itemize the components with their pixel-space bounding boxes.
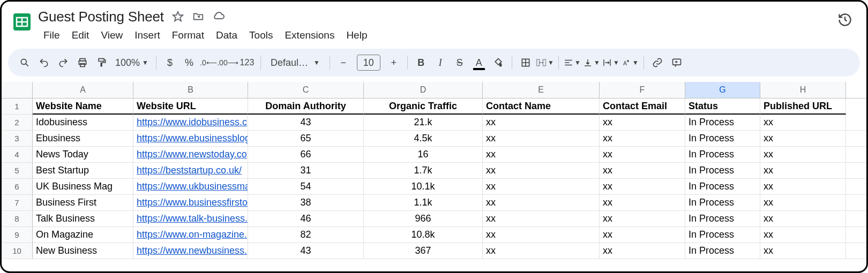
currency-icon[interactable]: $ bbox=[161, 54, 179, 72]
cell[interactable]: xx bbox=[600, 179, 685, 194]
cell[interactable]: In Process bbox=[685, 163, 760, 178]
cell[interactable]: Idobusiness bbox=[33, 115, 133, 130]
header-cell[interactable]: Contact Email bbox=[600, 98, 685, 115]
zoom-dropdown[interactable]: 100%▼ bbox=[112, 57, 152, 69]
cell[interactable]: xx bbox=[483, 243, 600, 259]
menu-format[interactable]: Format bbox=[167, 27, 209, 43]
wrap-icon[interactable]: ▼ bbox=[602, 54, 620, 72]
cell[interactable]: In Process bbox=[685, 131, 760, 146]
search-icon[interactable] bbox=[16, 54, 34, 72]
print-icon[interactable] bbox=[73, 54, 92, 72]
menu-data[interactable]: Data bbox=[211, 27, 243, 43]
cell[interactable]: xx bbox=[483, 195, 600, 210]
cell[interactable]: In Process bbox=[685, 179, 760, 194]
cell[interactable]: https://www.idobusiness.c bbox=[133, 115, 248, 130]
row-header-8[interactable]: 8 bbox=[2, 211, 33, 227]
bold-icon[interactable]: B bbox=[412, 54, 430, 72]
row-header-6[interactable]: 6 bbox=[2, 179, 33, 195]
cell[interactable]: xx bbox=[483, 131, 600, 146]
cell[interactable]: News Today bbox=[33, 147, 133, 162]
row-header-2[interactable]: 2 bbox=[2, 115, 33, 131]
font-dropdown[interactable]: Defaul…▼ bbox=[265, 57, 325, 69]
borders-icon[interactable] bbox=[517, 54, 535, 72]
menu-view[interactable]: View bbox=[95, 27, 128, 43]
cell[interactable]: xx bbox=[760, 243, 846, 259]
col-header-G[interactable]: G bbox=[685, 82, 760, 98]
cell[interactable]: xx bbox=[600, 227, 685, 242]
cell[interactable]: xx bbox=[760, 195, 846, 210]
menu-help[interactable]: Help bbox=[341, 27, 372, 43]
col-header-H[interactable]: H bbox=[760, 82, 846, 98]
redo-icon[interactable] bbox=[54, 54, 72, 72]
cell[interactable]: xx bbox=[483, 163, 600, 178]
font-size-input[interactable]: 10 bbox=[357, 55, 380, 71]
cell[interactable]: 367 bbox=[364, 243, 483, 259]
col-header-F[interactable]: F bbox=[600, 82, 685, 98]
format-123-icon[interactable]: 123 bbox=[238, 54, 256, 72]
cell[interactable]: xx bbox=[760, 115, 846, 130]
cell[interactable]: New Business bbox=[33, 243, 133, 259]
decrease-decimal-icon[interactable]: .0⟵ bbox=[199, 54, 218, 72]
menu-insert[interactable]: Insert bbox=[129, 27, 166, 43]
cell[interactable]: UK Business Mag bbox=[33, 179, 133, 194]
cell[interactable]: 54 bbox=[248, 179, 364, 194]
cell[interactable]: xx bbox=[483, 179, 600, 194]
header-cell[interactable]: Published URL bbox=[760, 98, 846, 115]
increase-font-icon[interactable]: + bbox=[385, 54, 403, 72]
cell[interactable]: https://www.newbusiness. bbox=[133, 243, 248, 259]
row-header-5[interactable]: 5 bbox=[2, 163, 33, 179]
cell[interactable]: xx bbox=[600, 131, 685, 146]
cell[interactable]: https://www.on-magazine. bbox=[133, 227, 248, 242]
cell[interactable]: https://www.businessfirsto bbox=[133, 195, 248, 210]
cell[interactable]: https://www.newstoday.co bbox=[133, 147, 248, 162]
cell[interactable]: In Process bbox=[685, 227, 760, 242]
row-header-10[interactable]: 10 bbox=[2, 243, 33, 259]
link-icon[interactable] bbox=[648, 54, 667, 72]
cell[interactable]: https://www.talk-business. bbox=[133, 211, 248, 226]
italic-icon[interactable]: I bbox=[431, 54, 450, 72]
cell[interactable]: 16 bbox=[364, 147, 483, 162]
row-header-7[interactable]: 7 bbox=[2, 195, 33, 211]
h-align-icon[interactable]: ▼ bbox=[563, 54, 581, 72]
col-header-A[interactable]: A bbox=[33, 82, 133, 98]
star-icon[interactable] bbox=[171, 10, 184, 23]
cell[interactable]: xx bbox=[760, 211, 846, 226]
doc-title[interactable]: Guest Posting Sheet bbox=[38, 9, 164, 25]
cell[interactable]: 4.5k bbox=[364, 131, 483, 146]
cell[interactable]: Best Startup bbox=[33, 163, 133, 178]
rotate-icon[interactable]: A▼ bbox=[621, 54, 639, 72]
cell[interactable]: In Process bbox=[685, 243, 760, 259]
select-all-corner[interactable] bbox=[2, 82, 33, 98]
decrease-font-icon[interactable]: − bbox=[334, 54, 353, 72]
cell[interactable]: 966 bbox=[364, 211, 483, 226]
header-cell[interactable]: Status bbox=[685, 98, 760, 115]
cell[interactable]: xx bbox=[760, 179, 846, 194]
cloud-status-icon[interactable] bbox=[212, 10, 225, 23]
cell[interactable]: https://beststartup.co.uk/ bbox=[133, 163, 248, 178]
cell[interactable]: xx bbox=[600, 115, 685, 130]
cell[interactable]: 10.1k bbox=[364, 179, 483, 194]
cell[interactable]: 43 bbox=[248, 115, 364, 130]
header-cell[interactable]: Website URL bbox=[133, 98, 248, 115]
history-icon[interactable] bbox=[837, 12, 852, 27]
cell[interactable]: xx bbox=[483, 115, 600, 130]
cell[interactable]: 1.7k bbox=[364, 163, 483, 178]
col-header-D[interactable]: D bbox=[364, 82, 483, 98]
merge-cells-icon[interactable]: ▼ bbox=[536, 54, 554, 72]
col-header-B[interactable]: B bbox=[133, 82, 248, 98]
header-cell[interactable]: Domain Authority bbox=[248, 98, 364, 115]
increase-decimal-icon[interactable]: .00⟶ bbox=[219, 54, 237, 72]
strikethrough-icon[interactable]: S bbox=[451, 54, 469, 72]
cell[interactable]: 82 bbox=[248, 227, 364, 242]
cell[interactable]: 31 bbox=[248, 163, 364, 178]
cell[interactable]: xx bbox=[760, 147, 846, 162]
percent-icon[interactable]: % bbox=[180, 54, 198, 72]
cell[interactable]: xx bbox=[483, 147, 600, 162]
paint-format-icon[interactable] bbox=[93, 54, 111, 72]
cell[interactable]: xx bbox=[600, 163, 685, 178]
header-cell[interactable]: Website Name bbox=[33, 98, 133, 115]
cell[interactable]: xx bbox=[600, 195, 685, 210]
cell[interactable]: 46 bbox=[248, 211, 364, 226]
cell[interactable]: In Process bbox=[685, 115, 760, 130]
cell[interactable]: xx bbox=[483, 211, 600, 226]
